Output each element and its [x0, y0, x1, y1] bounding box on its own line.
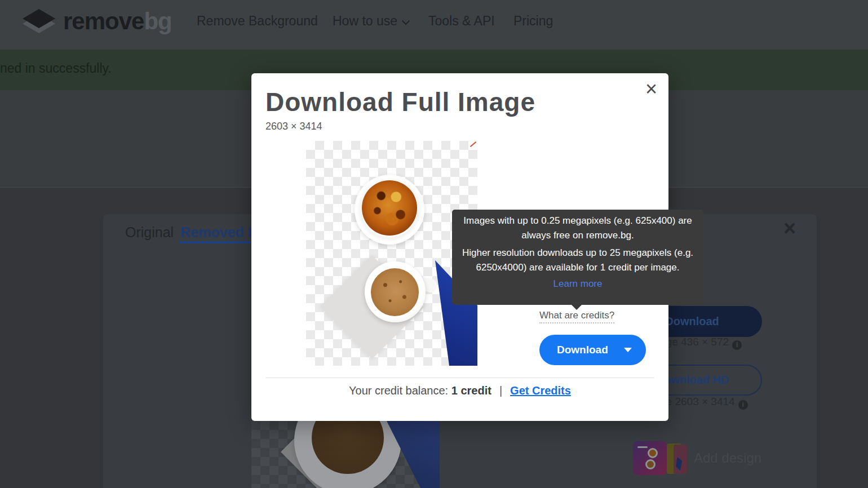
brand-wordmark: removebg [63, 8, 172, 35]
tooltip-line2: Higher resolution downloads up to 25 meg… [460, 246, 696, 275]
info-icon[interactable]: i [732, 340, 742, 350]
result-preview-image [251, 421, 440, 488]
credits-tooltip: Images with up to 0.25 megapixels (e.g. … [452, 210, 703, 305]
brand-bg: bg [144, 8, 171, 34]
modal-download-label: Download [539, 344, 608, 356]
get-credits-link[interactable]: Get Credits [510, 384, 571, 397]
coffee-surface-shape [371, 268, 419, 316]
add-design-row[interactable]: Add design [633, 441, 761, 475]
crop-mark-icon [470, 141, 476, 147]
credit-balance-row: Your credit balance: 1 credit|Get Credit… [251, 384, 668, 397]
modal-download-button[interactable]: Download [539, 335, 646, 365]
nav-tools-api[interactable]: Tools & API [428, 14, 495, 29]
nav-remove-background[interactable]: Remove Background [197, 14, 318, 29]
muffin-shape [362, 180, 417, 236]
tooltip-arrow [571, 304, 582, 310]
top-navbar: removebg Remove Background How to use To… [0, 0, 868, 50]
learn-more-link[interactable]: Learn more [553, 277, 603, 291]
chevron-down-icon [402, 17, 410, 25]
design-templates-icon [633, 441, 687, 475]
modal-title: Download Full Image [265, 87, 535, 117]
tab-original[interactable]: Original [125, 224, 174, 241]
success-banner-message: ned in successfully. [0, 61, 112, 76]
dropdown-caret-icon[interactable] [624, 348, 632, 352]
nav-pricing[interactable]: Pricing [513, 14, 553, 29]
info-icon[interactable]: i [738, 400, 748, 410]
nav-how-to-use[interactable]: How to use [333, 14, 409, 29]
add-design-label: Add design [694, 450, 761, 466]
separator: | [499, 384, 502, 397]
modal-image-dimensions: 2603 × 3414 [265, 121, 322, 132]
screen: removebg Remove Background How to use To… [0, 0, 868, 488]
layers-diamond-icon [23, 7, 55, 36]
credit-balance-label: Your credit balance: [349, 384, 448, 397]
removebg-logo[interactable]: removebg [23, 7, 172, 36]
modal-close-icon[interactable]: × [645, 77, 657, 101]
modal-divider [265, 378, 654, 378]
tooltip-line1: Images with up to 0.25 megapixels (e.g. … [460, 214, 696, 243]
card-close-icon[interactable]: × [783, 218, 796, 239]
credit-balance-value: 1 credit [451, 384, 491, 397]
what-are-credits-link[interactable]: What are credits? [539, 310, 614, 323]
brand-remove: remove [63, 8, 144, 34]
